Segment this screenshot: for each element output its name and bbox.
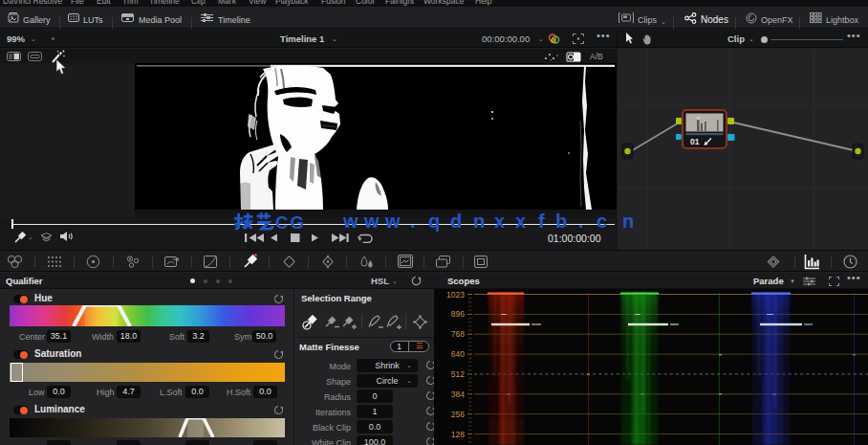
svg-text:256: 256: [451, 410, 465, 419]
svg-text:01: 01: [690, 137, 700, 146]
svg-text:512: 512: [451, 369, 465, 379]
svg-text:384: 384: [451, 389, 465, 399]
svg-text:768: 768: [451, 329, 465, 339]
svg-text:640: 640: [451, 349, 465, 359]
svg-text:896: 896: [451, 309, 465, 319]
svg-text:1023: 1023: [446, 290, 465, 300]
svg-text:128: 128: [451, 430, 465, 439]
